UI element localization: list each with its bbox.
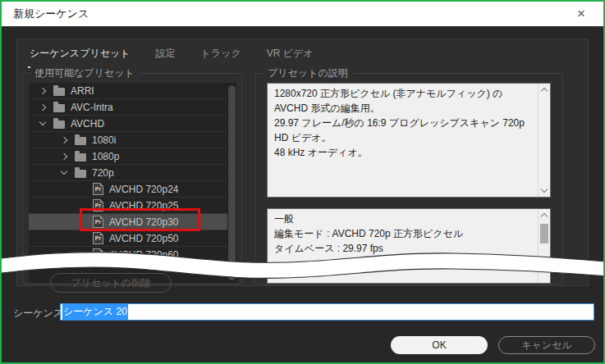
preset-summary-text: 1280x720 正方形ピクセル (非アナモルフィック) の AVCHD 形式の… [274,86,532,160]
tree-row[interactable]: AVC-Intra [29,99,236,116]
folder-icon [53,121,65,129]
preset-description-label: プリセットの説明 [264,66,352,80]
tree-row[interactable]: 720p [29,165,236,181]
description-line: 48 kHz オーディオ。 [274,145,532,160]
chevron-down-icon[interactable] [61,168,67,175]
scroll-up-icon[interactable] [541,88,548,94]
premiere-preset-icon: Pr [93,183,103,195]
preset-detail-box: 一般編集モード : AVCHD 720p 正方形ピクセルタイムベース : 29.… [267,208,551,284]
close-icon[interactable]: × [567,2,595,26]
tree-row[interactable]: AVCHD [29,116,236,132]
folder-icon [53,104,65,112]
scroll-down-icon[interactable] [541,186,548,193]
tree-row-label: AVCHD 720p60 [109,249,179,261]
tree-row-label: 1080p [92,151,119,162]
tree-row-label: AVCHD 720p24 [109,184,179,195]
sequence-name-row: シーケンス名 : シーケンス 20 [2,303,603,321]
tab-bar: シーケンスプリセット設定トラックVR ビデオ [28,45,315,68]
new-sequence-dialog: 新規シーケンス × シーケンスプリセット設定トラックVR ビデオ 使用可能なプリ… [0,0,605,364]
tab-1[interactable]: 設定 [154,45,177,68]
description-line: 1280x720 正方形ピクセル (非アナモルフィック) の AVCHD 形式の… [274,86,532,116]
description-line: タイムベース : 29.97 fps [274,241,532,256]
dialog-title: 新規シーケンス [13,7,89,21]
tree-row-label: 720p [92,167,114,179]
tab-2[interactable]: トラック [199,45,243,68]
folder-icon [75,170,86,178]
folder-icon [75,137,86,145]
sequence-name-value: シーケンス 20 [62,304,128,320]
preset-detail-text: 一般編集モード : AVCHD 720p 正方形ピクセルタイムベース : 29.… [274,212,532,256]
tree-row-label: 1080i [92,134,116,146]
tree-row[interactable]: PrAVCHD 720p50 [29,230,236,247]
detail-scrollbar[interactable] [538,209,550,283]
chevron-right-icon[interactable] [61,152,67,159]
scroll-up-icon[interactable] [541,213,548,220]
description-line: 一般 [274,212,532,226]
tree-row[interactable]: 1080i [29,132,236,148]
folder-icon [75,153,86,162]
preset-tree-list: ARRIAVC-IntraAVCHD1080i1080p720pPrAVCHD … [29,83,236,283]
chevron-right-icon[interactable] [39,103,46,110]
main-panel: シーケンスプリセット設定トラックVR ビデオ 使用可能なプリセット ARRIAV… [16,39,589,286]
cancel-button[interactable]: キャンセル [498,336,595,354]
tree-row[interactable]: PrAVCHD 720p24 [29,181,236,198]
chevron-right-icon[interactable] [61,136,67,143]
premiere-preset-icon: Pr [93,248,103,261]
available-presets-label: 使用可能なプリセット [30,66,139,80]
summary-scrollbar[interactable] [538,84,550,197]
ok-button[interactable]: OK [391,336,488,354]
tree-row[interactable]: PrAVCHD 720p60 [29,247,236,263]
tree-row[interactable]: ARRI [29,83,236,99]
tree-row[interactable]: 1080p [29,148,236,165]
scrollbar-thumb[interactable] [540,224,548,243]
description-line: 29.97 フレーム/秒の 16:9 プログレッシブスキャン 720p HD ビ… [274,116,532,145]
tree-row-label: AVCHD [71,118,104,130]
title-bar: 新規シーケンス × [2,2,603,26]
tree-row-label: AVCHD 720p50 [109,233,179,244]
description-line: 編集モード : AVCHD 720p 正方形ピクセル [274,226,532,241]
chevron-down-icon[interactable] [39,119,46,125]
annotation-red-box [80,208,200,231]
preset-list-scrollbar[interactable] [227,84,236,282]
tree-row-label: ARRI [71,85,94,97]
tab-0[interactable]: シーケンスプリセット [28,45,132,68]
tree-row-label: AVC-Intra [71,102,113,113]
sequence-name-input[interactable]: シーケンス 20 [60,303,594,321]
tab-3[interactable]: VR ビデオ [265,45,315,68]
delete-preset-button[interactable]: プリセットの削除 [50,273,172,293]
preset-summary-box: 1280x720 正方形ピクセル (非アナモルフィック) の AVCHD 形式の… [267,83,551,198]
folder-icon [53,88,65,96]
scrollbar-thumb[interactable] [228,85,236,280]
premiere-preset-icon: Pr [93,232,103,244]
chevron-right-icon[interactable] [39,87,46,93]
